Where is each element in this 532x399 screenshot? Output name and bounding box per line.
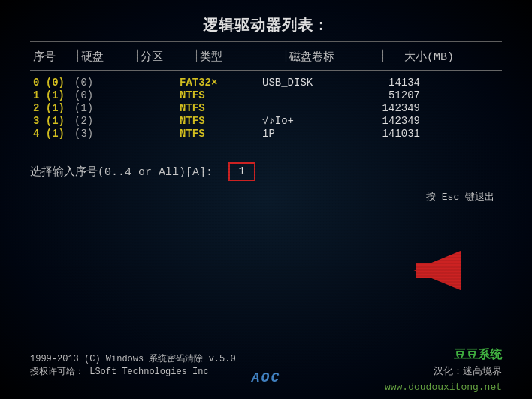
row1-label	[262, 89, 352, 101]
row4-type: NTFS	[180, 128, 262, 140]
row3-size: 142349	[352, 115, 420, 127]
header-num: 序号	[33, 50, 74, 64]
main-content: 逻辑驱动器列表： 序号 │ 硬盘 │ 分区 │ 类型 │ 磁盘卷标 │ 大小(M…	[30, 15, 502, 384]
row0-type: FAT32×	[180, 77, 262, 89]
row2-part	[127, 102, 180, 114]
page-title: 逻辑驱动器列表：	[30, 15, 502, 35]
input-prompt: 选择输入序号(0..4 or All)[A]:	[30, 165, 213, 179]
row4-disk: (3)	[74, 128, 127, 140]
table-row: 3 (1) (2) NTFS √♪Io+ 142349	[30, 115, 502, 127]
table-row: 2 (1) (1) NTFS 142349	[30, 102, 502, 114]
header-type: 类型	[200, 50, 283, 64]
row4-part	[127, 128, 180, 140]
row3-part	[127, 115, 180, 127]
row1-part	[127, 89, 180, 101]
row3-disk: (2)	[74, 115, 127, 127]
row3-label: √♪Io+	[262, 115, 352, 127]
row3-num: 3 (1)	[33, 115, 74, 127]
row2-type: NTFS	[180, 102, 262, 114]
title-divider	[30, 41, 502, 42]
row2-label	[262, 102, 352, 114]
header-sep2: │	[134, 50, 141, 64]
row0-size: 14134	[352, 77, 420, 89]
row0-label: USB_DISK	[262, 77, 352, 89]
row4-label: 1P	[262, 128, 352, 140]
row0-disk: (0)	[74, 77, 127, 89]
watermark-brand: 豆豆系统	[454, 347, 502, 363]
row4-size: 141031	[352, 128, 420, 140]
row3-type: NTFS	[180, 115, 262, 127]
left-arrow-icon	[385, 244, 476, 297]
screen: 逻辑驱动器列表： 序号 │ 硬盘 │ 分区 │ 类型 │ 磁盘卷标 │ 大小(M…	[0, 0, 532, 399]
header-sep1: │	[74, 50, 81, 64]
localization-line: 汉化：迷高境界	[434, 364, 502, 378]
row2-disk: (1)	[74, 102, 127, 114]
table-row: 4 (1) (3) NTFS 1P 141031	[30, 128, 502, 140]
table-row: 1 (1) (0) NTFS 51207	[30, 89, 502, 101]
row2-num: 2 (1)	[33, 102, 74, 114]
header-sep4: │	[283, 50, 289, 64]
row1-type: NTFS	[180, 89, 262, 101]
aoc-logo: AOC	[252, 370, 280, 385]
table-divider	[30, 70, 502, 71]
row2-size: 142349	[352, 102, 420, 114]
footer-right: 汉化：迷高境界	[434, 364, 502, 378]
input-bracket-open	[219, 165, 225, 178]
input-line: 选择输入序号(0..4 or All)[A]: 1	[30, 162, 502, 181]
row1-size: 51207	[352, 89, 420, 101]
header-sep3: │	[193, 50, 200, 64]
row4-num: 4 (1)	[33, 128, 74, 140]
row0-part	[127, 77, 180, 89]
row1-disk: (0)	[74, 89, 127, 101]
copyright-line: 1999-2013 (C) Windows 系统密码清除 v.5.0	[30, 352, 502, 365]
table-header: 序号 │ 硬盘 │ 分区 │ 类型 │ 磁盘卷标 │ 大小(MB)	[30, 50, 502, 64]
input-value[interactable]: 1	[228, 162, 255, 181]
svg-rect-1	[416, 263, 461, 278]
arrow-container	[385, 244, 476, 301]
row1-num: 1 (1)	[33, 89, 74, 101]
header-size: 大小(MB)	[386, 50, 454, 64]
header-part: 分区	[141, 50, 193, 64]
row0-num: 0 (0)	[33, 77, 74, 89]
table-row: 0 (0) (0) FAT32× USB_DISK 14134	[30, 77, 502, 89]
header-disk: 硬盘	[81, 50, 134, 64]
watermark-site: www.doudouxitong.net	[385, 382, 502, 393]
input-section: 选择输入序号(0..4 or All)[A]: 1	[30, 162, 502, 181]
header-label: 磁盘卷标	[289, 50, 379, 64]
data-table: 0 (0) (0) FAT32× USB_DISK 14134 1 (1) (0…	[30, 77, 502, 140]
header-sep5: │	[379, 50, 386, 64]
esc-hint: 按 Esc 键退出	[30, 190, 502, 204]
